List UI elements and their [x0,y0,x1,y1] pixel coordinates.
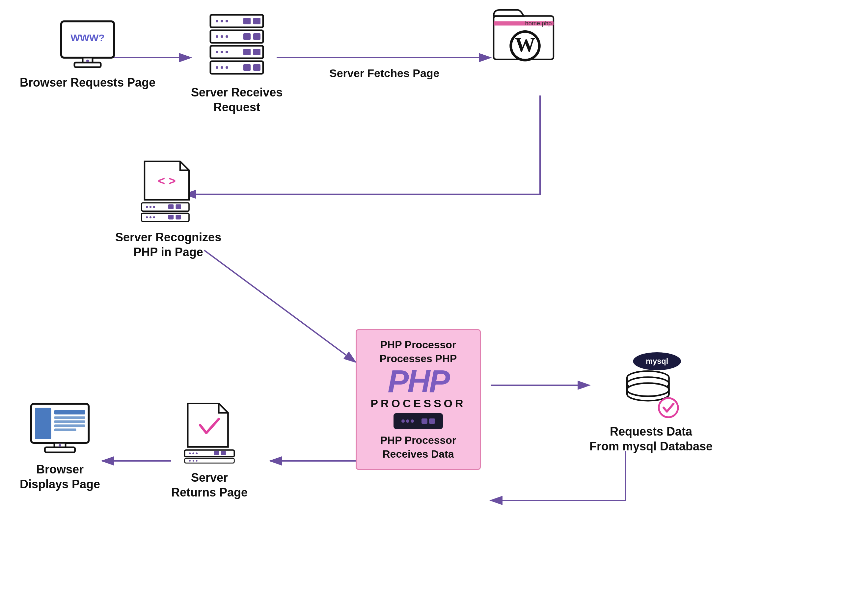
svg-rect-23 [253,33,261,40]
svg-point-27 [226,51,228,53]
svg-point-79 [196,460,198,462]
svg-rect-70 [185,450,235,457]
svg-rect-85 [54,424,85,427]
mysql-label: Requests DataFrom mysql Database [589,424,713,454]
browser-displays-icon [29,402,91,456]
svg-rect-35 [253,64,261,71]
svg-point-45 [150,206,151,208]
server-fetches-label: Server Fetches Page [329,66,440,80]
browser-displays-label: BrowserDisplays Page [20,462,100,491]
wordpress-folder-node: home.php W [491,7,557,64]
svg-point-69 [659,398,678,417]
svg-rect-43 [142,203,189,211]
svg-point-19 [216,35,218,38]
server-receives-label: Server ReceivesRequest [191,85,283,114]
svg-rect-86 [54,429,76,431]
svg-rect-10 [75,63,101,67]
php-processor-server-mini [393,413,443,429]
svg-rect-28 [243,49,251,55]
processor-word: PROCESSOR [371,397,466,410]
svg-point-26 [221,51,223,53]
svg-point-14 [221,20,223,22]
svg-rect-75 [221,451,226,455]
svg-point-55 [402,419,405,423]
svg-rect-74 [214,451,219,455]
server-returns-node: ServerReturns Page [171,402,248,500]
svg-point-68 [627,383,669,396]
svg-rect-82 [54,410,85,415]
svg-point-15 [226,20,228,22]
svg-line-3 [204,250,356,362]
php-processor-bot-label: PHP ProcessorReceives Data [380,434,456,461]
php-processor-top-label: PHP ProcessorProcesses PHP [380,338,457,365]
svg-point-72 [192,452,194,454]
arrows-svg [0,0,843,616]
svg-point-57 [411,419,414,423]
svg-point-11 [86,60,89,62]
svg-point-52 [153,216,155,218]
svg-rect-58 [421,418,427,424]
svg-text:< >: < > [158,174,176,188]
php-processor-box: PHP ProcessorProcesses PHP PHP PROCESSOR… [356,329,481,470]
svg-rect-29 [253,49,261,55]
svg-point-71 [189,452,191,454]
php-processor-node: PHP ProcessorProcesses PHP PHP PROCESSOR… [356,329,481,470]
svg-rect-48 [176,204,181,209]
svg-point-46 [153,206,155,208]
server-recognizes-node: < > Server RecognizesPHP in Page [115,158,221,260]
svg-point-21 [226,35,228,38]
svg-rect-49 [142,213,189,221]
diagram-container: WWW? Browser Requests Page [0,0,843,616]
svg-rect-76 [185,458,235,463]
browser-requests-node: WWW? Browser Requests Page [20,20,155,90]
svg-point-13 [216,20,218,22]
svg-point-32 [221,66,223,69]
server-returns-icon [183,402,236,464]
svg-point-25 [216,51,218,53]
svg-rect-53 [168,215,173,219]
svg-rect-17 [253,18,261,24]
svg-rect-22 [243,33,251,40]
svg-rect-47 [168,204,173,209]
svg-rect-84 [54,421,85,423]
svg-point-20 [221,35,223,38]
php-big-text: PHP [388,365,449,397]
wordpress-folder-icon: home.php W [491,7,557,64]
svg-point-33 [226,66,228,69]
svg-point-73 [196,452,198,454]
svg-rect-88 [45,447,75,452]
server-returns-label: ServerReturns Page [171,470,248,500]
svg-point-89 [59,444,61,447]
mysql-node: mysql Requests DataFrom mysql Database [589,352,713,454]
svg-point-44 [146,206,148,208]
svg-text:W: W [515,33,535,56]
server-recognizes-label: Server RecognizesPHP in Page [115,230,221,260]
svg-rect-59 [429,418,435,424]
svg-rect-34 [243,64,251,71]
svg-rect-81 [35,408,51,439]
svg-text:home.php: home.php [525,21,552,27]
svg-point-78 [193,460,194,462]
svg-rect-16 [243,18,251,24]
server-receives-node: Server ReceivesRequest [191,13,283,114]
server-receives-icon [207,13,267,79]
phpfile-server-icon: < > [139,158,198,224]
svg-point-77 [189,460,191,462]
svg-rect-83 [54,417,85,419]
svg-text:WWW?: WWW? [70,32,104,43]
svg-rect-54 [176,215,181,219]
svg-point-31 [216,66,218,69]
svg-point-56 [406,419,409,423]
svg-point-51 [150,216,151,218]
browser-displays-node: BrowserDisplays Page [20,402,100,491]
mysql-icon: mysql [618,352,684,418]
browser-requests-label: Browser Requests Page [20,75,155,90]
svg-point-50 [146,216,148,218]
svg-text:mysql: mysql [646,357,668,365]
browser-monitor-icon: WWW? [58,20,117,69]
